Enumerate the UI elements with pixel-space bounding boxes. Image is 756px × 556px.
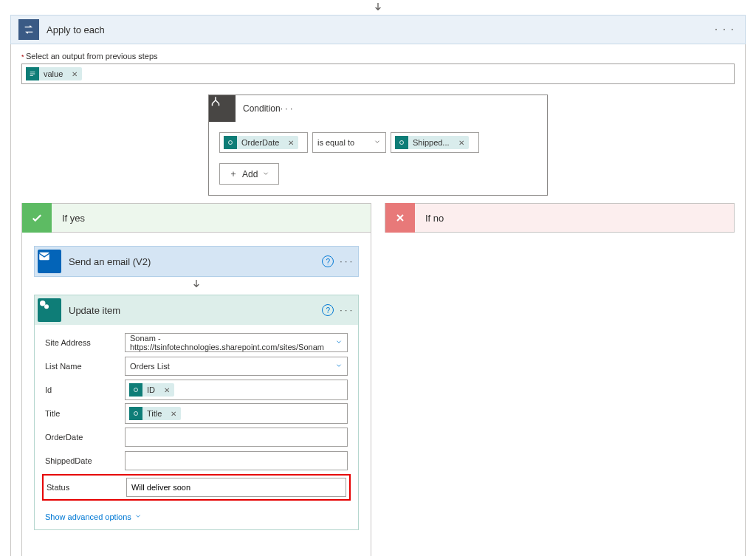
token-icon (129, 383, 142, 397)
update-item-card: Update item ? · · · Site Address Sonam -… (34, 295, 359, 530)
update-menu-button[interactable]: · · · (340, 305, 352, 315)
loop-icon (18, 19, 39, 40)
shippeddate-input[interactable] (125, 451, 348, 470)
send-email-header[interactable]: Send an email (V2) ? · · · (35, 247, 358, 276)
svg-point-1 (400, 141, 404, 145)
update-title: Update item (69, 305, 322, 316)
check-icon (22, 203, 52, 233)
status-input[interactable] (126, 478, 346, 497)
update-item-header[interactable]: Update item ? · · · (35, 295, 358, 325)
email-title: Send an email (V2) (69, 256, 322, 267)
chevron-down-icon (335, 338, 343, 347)
title-token[interactable]: Title ✕ (129, 407, 181, 420)
site-label: Site Address (45, 338, 119, 347)
status-label: Status (47, 483, 120, 492)
email-menu-button[interactable]: · · · (340, 256, 352, 267)
token-icon (129, 407, 142, 420)
site-address-select[interactable]: Sonam - https://tsinfotechnologies.share… (125, 333, 348, 352)
chevron-down-icon (374, 138, 381, 147)
chevron-down-icon (262, 169, 269, 179)
title-input[interactable]: Title ✕ (125, 403, 348, 424)
remove-token-icon[interactable]: ✕ (67, 70, 82, 78)
send-email-card: Send an email (V2) ? · · · (34, 246, 359, 277)
close-icon (385, 203, 415, 233)
show-advanced-link[interactable]: Show advanced options (45, 512, 142, 521)
connector-arrow (369, 0, 387, 15)
svg-point-5 (134, 388, 138, 392)
connector-arrow (188, 277, 205, 292)
condition-card: Condition · · · OrderDate ✕ is equal to (208, 95, 548, 196)
list-label: List Name (45, 362, 119, 371)
value-token[interactable]: value ✕ (26, 67, 82, 80)
remove-token-icon[interactable]: ✕ (166, 410, 181, 418)
apply-title: Apply to each (47, 24, 712, 35)
title-label: Title (45, 409, 119, 418)
remove-token-icon[interactable]: ✕ (454, 139, 469, 147)
apply-to-each-header[interactable]: Apply to each · · · (10, 15, 746, 44)
sharepoint-icon (38, 298, 61, 322)
list-name-select[interactable]: Orders List (125, 357, 348, 376)
condition-icon (209, 95, 236, 122)
plus-icon: ＋ (229, 168, 238, 180)
output-token-input[interactable]: value ✕ (21, 64, 735, 84)
id-token[interactable]: ID ✕ (129, 383, 174, 397)
orderdate-token[interactable]: OrderDate ✕ (224, 136, 298, 149)
condition-right-input[interactable]: Shipped... ✕ (391, 132, 479, 153)
chevron-down-icon (335, 362, 343, 371)
shipped-token[interactable]: Shipped... ✕ (395, 136, 469, 149)
remove-token-icon[interactable]: ✕ (159, 386, 174, 394)
remove-token-icon[interactable]: ✕ (284, 139, 298, 147)
help-icon[interactable]: ? (322, 304, 334, 316)
condition-menu-button[interactable]: · · · (281, 103, 293, 114)
shippeddate-label: ShippedDate (45, 456, 119, 465)
output-label: Select an output from previous steps (21, 52, 735, 61)
apply-menu-button[interactable]: · · · (712, 23, 738, 36)
token-icon (395, 136, 408, 149)
svg-point-4 (44, 304, 49, 309)
condition-operator-select[interactable]: is equal to (312, 132, 386, 153)
id-label: Id (45, 385, 119, 394)
orderdate-input[interactable] (125, 428, 348, 447)
outlook-icon (38, 250, 61, 273)
help-icon[interactable]: ? (322, 255, 334, 267)
svg-point-0 (229, 141, 233, 145)
condition-header[interactable]: Condition · · · (209, 95, 547, 122)
if-no-header[interactable]: If no (385, 203, 735, 233)
condition-title: Condition (243, 103, 281, 114)
token-icon (26, 67, 39, 80)
id-input[interactable]: ID ✕ (125, 380, 348, 400)
svg-point-3 (40, 301, 46, 306)
condition-left-input[interactable]: OrderDate ✕ (219, 132, 308, 153)
add-condition-button[interactable]: ＋ Add (219, 163, 279, 185)
orderdate-label: OrderDate (45, 433, 119, 442)
token-icon (224, 136, 237, 149)
if-yes-header[interactable]: If yes (21, 203, 371, 233)
svg-point-6 (134, 412, 138, 416)
chevron-down-icon (134, 512, 142, 521)
